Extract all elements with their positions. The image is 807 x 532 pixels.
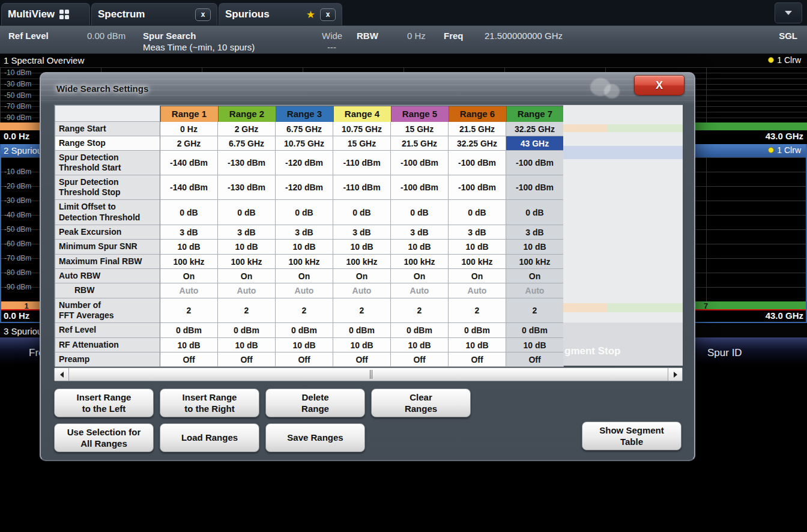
value-cell[interactable]: Off <box>449 352 506 367</box>
value-cell[interactable]: Auto <box>160 283 218 298</box>
value-cell[interactable]: -100 dBm <box>506 175 564 200</box>
value-cell[interactable]: Off <box>333 352 391 367</box>
value-cell[interactable]: 2 <box>160 298 218 323</box>
value-cell[interactable]: 0 dB <box>160 200 218 225</box>
value-cell[interactable]: 3 dB <box>276 225 333 240</box>
value-cell[interactable]: Auto <box>391 283 449 298</box>
value-cell[interactable]: -140 dBm <box>160 151 218 175</box>
value-cell[interactable]: 2 <box>333 298 391 323</box>
horizontal-scrollbar[interactable] <box>54 367 683 381</box>
value-cell[interactable]: 43 GHz <box>506 136 564 151</box>
tab-close-button[interactable]: x <box>320 8 336 21</box>
value-cell[interactable]: 0 dB <box>506 200 564 225</box>
value-cell[interactable]: 100 kHz <box>391 255 449 269</box>
scrollbar-grip[interactable] <box>369 370 373 379</box>
value-cell[interactable]: 3 dB <box>218 225 276 240</box>
value-cell[interactable]: 2 <box>506 298 564 323</box>
value-cell[interactable]: 2 <box>276 298 333 323</box>
value-cell[interactable]: 10 dB <box>506 338 564 352</box>
value-cell[interactable]: 100 kHz <box>333 255 391 269</box>
window1-trace-legend[interactable]: 1 Clrw <box>768 55 801 65</box>
value-cell[interactable]: 10 dB <box>160 240 218 255</box>
value-cell[interactable]: 2 <box>218 298 276 323</box>
tab-spectrum[interactable]: Spectrumx <box>91 3 217 25</box>
value-cell[interactable]: -100 dBm <box>449 175 506 200</box>
tab-close-button[interactable]: x <box>195 8 211 21</box>
value-cell[interactable]: -140 dBm <box>160 175 218 200</box>
value-cell[interactable]: 3 dB <box>391 225 449 240</box>
value-cell[interactable]: Auto <box>506 283 564 298</box>
tab-overflow-button[interactable] <box>775 2 802 23</box>
load-ranges-button[interactable]: Load Ranges <box>160 423 259 452</box>
value-cell[interactable]: 3 dB <box>160 225 218 240</box>
value-cell[interactable]: 10 dB <box>449 240 506 255</box>
value-cell[interactable]: 3 dB <box>333 225 391 240</box>
value-cell[interactable]: 21.5 GHz <box>391 136 449 151</box>
insert-right-button[interactable]: Insert Range to the Right <box>160 388 259 417</box>
ref-level-value[interactable]: 0.00 dBm <box>87 31 125 41</box>
value-cell[interactable]: 2 <box>391 298 449 323</box>
window2-trace-legend[interactable]: 1 Clrw <box>768 145 801 155</box>
insert-left-button[interactable]: Insert Range to the Left <box>54 388 154 417</box>
value-cell[interactable]: 0 dB <box>276 200 333 225</box>
value-cell[interactable]: 0 dBm <box>506 323 564 338</box>
value-cell[interactable]: 15 GHz <box>391 122 449 136</box>
value-cell[interactable]: 32.25 GHz <box>506 122 564 136</box>
value-cell[interactable]: 2 <box>449 298 506 323</box>
value-cell[interactable]: 0 dBm <box>160 323 218 338</box>
value-cell[interactable]: -110 dBm <box>333 175 391 200</box>
value-cell[interactable]: 2 GHz <box>160 136 218 151</box>
value-cell[interactable]: 21.5 GHz <box>449 122 506 136</box>
value-cell[interactable]: 10 dB <box>333 338 391 352</box>
range-column-header[interactable]: Range 4 <box>333 106 391 122</box>
value-cell[interactable]: 0 dBm <box>276 323 333 338</box>
range-column-header[interactable]: Range 1 <box>160 106 219 122</box>
meas-name[interactable]: Spur Search <box>143 31 196 41</box>
value-cell[interactable]: Off <box>391 352 449 367</box>
value-cell[interactable]: On <box>276 269 333 283</box>
value-cell[interactable]: -120 dBm <box>276 151 333 175</box>
value-cell[interactable]: 100 kHz <box>276 255 333 269</box>
search-mode-value[interactable]: Wide <box>322 31 342 41</box>
value-cell[interactable]: -100 dBm <box>506 151 564 175</box>
value-cell[interactable]: Off <box>276 352 333 367</box>
value-cell[interactable]: 3 dB <box>506 225 564 240</box>
range-column-header[interactable]: Range 2 <box>218 106 276 122</box>
value-cell[interactable]: 0 dBm <box>449 323 506 338</box>
value-cell[interactable]: -130 dBm <box>218 175 276 200</box>
value-cell[interactable]: On <box>391 269 449 283</box>
range-column-header[interactable]: Range 3 <box>276 106 334 122</box>
delete-range-button[interactable]: Delete Range <box>265 388 365 417</box>
value-cell[interactable]: 10 dB <box>449 338 506 352</box>
use-selection-button[interactable]: Use Selection for All Ranges <box>54 423 154 452</box>
value-cell[interactable]: 0 dB <box>391 200 449 225</box>
value-cell[interactable]: 6.75 GHz <box>218 136 276 151</box>
value-cell[interactable]: -100 dBm <box>391 151 449 175</box>
value-cell[interactable]: 0 dB <box>218 200 276 225</box>
scroll-right-button[interactable] <box>668 368 682 381</box>
value-cell[interactable]: 10 dB <box>276 338 333 352</box>
value-cell[interactable]: -120 dBm <box>276 175 333 200</box>
value-cell[interactable]: -110 dBm <box>333 151 391 175</box>
value-cell[interactable]: 10.75 GHz <box>333 122 391 136</box>
value-cell[interactable]: 10 dB <box>391 338 449 352</box>
value-cell[interactable]: 100 kHz <box>218 255 276 269</box>
value-cell[interactable]: Off <box>218 352 276 367</box>
freq-value[interactable]: 21.500000000 GHz <box>485 31 563 41</box>
value-cell[interactable]: 10 dB <box>160 338 218 352</box>
value-cell[interactable]: 15 GHz <box>333 136 391 151</box>
value-cell[interactable]: Auto <box>449 283 506 298</box>
value-cell[interactable]: On <box>449 269 506 283</box>
clear-ranges-button[interactable]: Clear Ranges <box>371 388 471 417</box>
value-cell[interactable]: Off <box>160 352 218 367</box>
range-column-header[interactable]: Range 6 <box>449 106 507 122</box>
value-cell[interactable]: On <box>506 269 564 283</box>
value-cell[interactable]: 0 dB <box>449 200 506 225</box>
rbw-value[interactable]: 0 Hz <box>407 31 426 41</box>
value-cell[interactable]: 100 kHz <box>160 255 218 269</box>
value-cell[interactable]: 10 dB <box>333 240 391 255</box>
value-cell[interactable]: 100 kHz <box>449 255 506 269</box>
scroll-left-button[interactable] <box>55 368 69 381</box>
value-cell[interactable]: 10 dB <box>391 240 449 255</box>
value-cell[interactable]: On <box>160 269 218 283</box>
